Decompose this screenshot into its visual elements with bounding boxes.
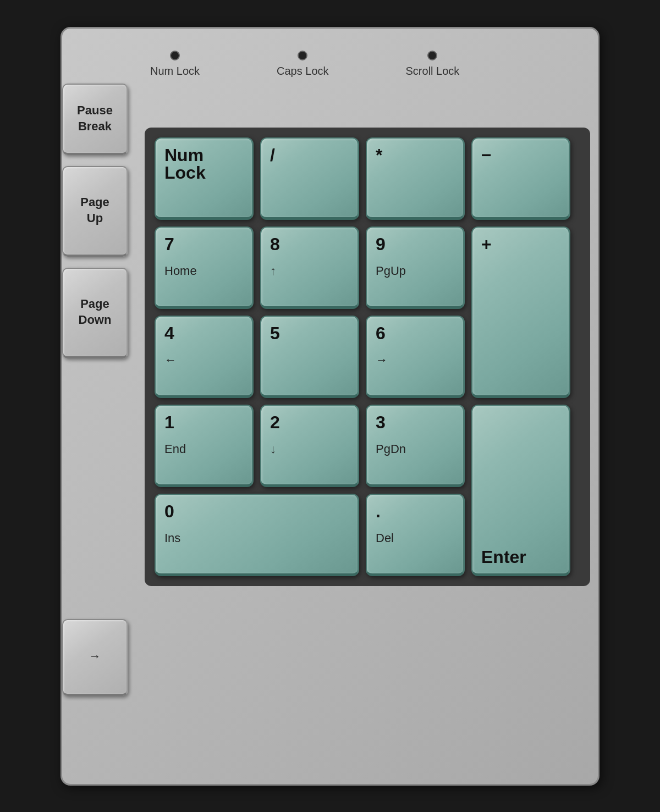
caps-lock-label: Caps Lock: [277, 65, 329, 78]
page-up-label: PageUp: [80, 195, 109, 226]
plus-key[interactable]: +: [471, 227, 570, 398]
num4-secondary: ←: [164, 353, 177, 367]
num0-primary: 0: [164, 502, 174, 520]
num1-key[interactable]: 1 End: [155, 405, 254, 487]
divide-key[interactable]: /: [260, 137, 359, 220]
keyboard-body: Num Lock Caps Lock Scroll Lock PauseBrea…: [61, 27, 600, 786]
num7-primary: 7: [164, 235, 174, 253]
scroll-lock-led: [427, 51, 437, 60]
multiply-primary: *: [376, 146, 382, 164]
multiply-key[interactable]: *: [366, 137, 465, 220]
enter-key[interactable]: Enter: [471, 405, 570, 576]
num0-key[interactable]: 0 Ins: [155, 494, 359, 576]
caps-lock-led: [298, 51, 307, 60]
num1-secondary: End: [164, 442, 186, 456]
right-arrow-key[interactable]: →: [62, 619, 128, 696]
num8-key[interactable]: 8 ↑: [260, 227, 359, 309]
caps-lock-indicator: Caps Lock: [277, 51, 329, 78]
num3-primary: 3: [376, 413, 386, 431]
num8-secondary: ↑: [270, 264, 276, 278]
num9-key[interactable]: 9 PgUp: [366, 227, 465, 309]
numpad-grid: NumLock / * − 7 Home 8 ↑ 9 PgUp: [155, 137, 580, 576]
num3-secondary: PgDn: [376, 442, 406, 456]
num0-secondary: Ins: [164, 531, 180, 545]
divide-primary: /: [270, 146, 275, 164]
minus-primary: −: [481, 146, 492, 164]
num-lock-label: Num Lock: [150, 65, 200, 78]
decimal-primary: .: [376, 502, 381, 520]
num-lock-primary: NumLock: [164, 146, 206, 181]
decimal-key[interactable]: . Del: [366, 494, 465, 576]
num6-key[interactable]: 6 →: [366, 316, 465, 398]
pause-break-key[interactable]: PauseBreak: [62, 84, 128, 155]
right-arrow-label: →: [89, 649, 101, 665]
num8-primary: 8: [270, 235, 280, 253]
num2-key[interactable]: 2 ↓: [260, 405, 359, 487]
pause-break-label: PauseBreak: [77, 103, 113, 134]
num2-secondary: ↓: [270, 442, 276, 456]
num7-key[interactable]: 7 Home: [155, 227, 254, 309]
num1-primary: 1: [164, 413, 174, 431]
num9-primary: 9: [376, 235, 386, 253]
led-area: Num Lock Caps Lock Scroll Lock: [150, 51, 459, 78]
num4-key[interactable]: 4 ←: [155, 316, 254, 398]
num3-key[interactable]: 3 PgDn: [366, 405, 465, 487]
left-keys-group: PauseBreak PageUp PageDown: [62, 84, 128, 358]
decimal-secondary: Del: [376, 531, 394, 545]
page-down-label: PageDown: [79, 296, 112, 328]
page-up-key[interactable]: PageUp: [62, 166, 128, 257]
num6-primary: 6: [376, 324, 386, 342]
minus-key[interactable]: −: [471, 137, 570, 220]
enter-primary: Enter: [481, 548, 526, 566]
plus-primary: +: [481, 235, 492, 253]
num5-key[interactable]: 5: [260, 316, 359, 398]
num-lock-indicator: Num Lock: [150, 51, 200, 78]
num9-secondary: PgUp: [376, 264, 406, 278]
num-lock-led: [170, 51, 180, 60]
num4-primary: 4: [164, 324, 174, 342]
num-lock-key[interactable]: NumLock: [155, 137, 254, 220]
num2-primary: 2: [270, 413, 280, 431]
scroll-lock-indicator: Scroll Lock: [406, 51, 460, 78]
numpad-container: NumLock / * − 7 Home 8 ↑ 9 PgUp: [145, 128, 590, 586]
page-down-key[interactable]: PageDown: [62, 268, 128, 358]
num5-primary: 5: [270, 324, 280, 342]
num7-secondary: Home: [164, 264, 197, 278]
num6-secondary: →: [376, 353, 388, 367]
scroll-lock-label: Scroll Lock: [406, 65, 460, 78]
